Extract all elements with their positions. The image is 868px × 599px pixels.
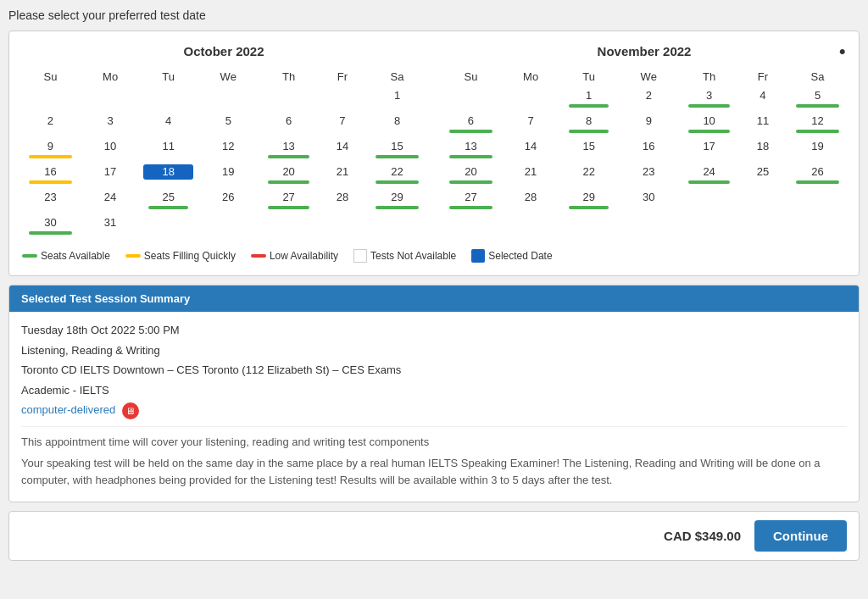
day-cell[interactable]: 7: [316, 112, 369, 137]
day-bar: [29, 180, 71, 184]
col-header-tu: Tu: [562, 67, 615, 86]
day-bar: [148, 206, 188, 209]
day-cell[interactable]: 20: [442, 163, 499, 188]
day-cell[interactable]: 29: [562, 188, 615, 214]
day-cell[interactable]: 30: [615, 188, 682, 214]
computer-delivered-link[interactable]: computer-delivered: [21, 403, 115, 416]
calendar-nav-button[interactable]: ●: [839, 44, 846, 58]
day-cell[interactable]: 29: [369, 188, 426, 214]
day-cell[interactable]: 23: [22, 188, 79, 214]
day-bar: [376, 180, 418, 184]
day-cell[interactable]: 6: [442, 112, 499, 137]
day-cell[interactable]: 5: [195, 112, 261, 137]
day-cell[interactable]: 10: [682, 112, 737, 137]
day-bar: [449, 180, 492, 184]
day-cell[interactable]: 9: [22, 137, 79, 163]
day-cell[interactable]: 18: [737, 137, 789, 163]
day-cell[interactable]: 23: [615, 163, 682, 188]
day-cell[interactable]: 18: [142, 163, 195, 188]
day-inner: 9: [24, 139, 77, 158]
day-cell[interactable]: 2: [615, 86, 682, 112]
day-cell[interactable]: 19: [789, 137, 846, 163]
week-row: 12345: [442, 86, 846, 112]
day-cell[interactable]: 30: [22, 214, 79, 239]
day-inner: 17: [683, 139, 735, 154]
day-cell: [737, 188, 789, 214]
day-cell[interactable]: 26: [195, 188, 261, 214]
day-cell[interactable]: 13: [442, 137, 499, 163]
day-cell[interactable]: 25: [737, 163, 789, 188]
day-cell[interactable]: 8: [562, 112, 615, 137]
day-cell[interactable]: 16: [22, 163, 79, 188]
day-cell[interactable]: 26: [789, 163, 846, 188]
day-cell[interactable]: 28: [316, 188, 369, 214]
day-cell[interactable]: 24: [682, 163, 737, 188]
day-cell[interactable]: 31: [79, 214, 142, 239]
day-bar: [29, 155, 71, 158]
col-header-mo: Mo: [499, 67, 562, 86]
day-number: 20: [263, 164, 314, 180]
day-bar: [268, 155, 309, 158]
day-cell[interactable]: 4: [737, 86, 789, 112]
day-cell[interactable]: 21: [316, 163, 369, 188]
day-number: 28: [501, 190, 560, 205]
day-cell[interactable]: 3: [79, 112, 142, 137]
summary-divider: [21, 426, 847, 427]
day-cell[interactable]: 17: [682, 137, 737, 163]
day-cell[interactable]: 28: [499, 188, 562, 214]
day-number: 15: [370, 139, 424, 154]
day-cell[interactable]: 12: [789, 112, 846, 137]
day-cell[interactable]: 22: [369, 163, 426, 188]
day-cell[interactable]: 20: [261, 163, 316, 188]
day-cell[interactable]: 15: [562, 137, 615, 163]
summary-test-type: Academic - IELTS: [21, 382, 847, 399]
day-cell[interactable]: 9: [615, 112, 682, 137]
legend-filling-label: Seats Filling Quickly: [144, 250, 236, 262]
day-number: 6: [263, 114, 314, 129]
day-cell[interactable]: 1: [369, 86, 426, 112]
continue-button[interactable]: Continue: [754, 520, 847, 552]
day-cell[interactable]: 8: [369, 112, 426, 137]
day-cell[interactable]: 11: [142, 137, 195, 163]
summary-delivery: computer-delivered 🖥: [21, 402, 847, 419]
day-cell[interactable]: 21: [499, 163, 562, 188]
october-calendar: October 2022 SuMoTuWeThFrSa 123456789101…: [22, 44, 426, 239]
day-cell[interactable]: 19: [195, 163, 261, 188]
day-cell[interactable]: 3: [682, 86, 737, 112]
day-number: 18: [738, 139, 787, 154]
day-cell[interactable]: 14: [316, 137, 369, 163]
day-cell[interactable]: 11: [737, 112, 789, 137]
day-cell[interactable]: 7: [499, 112, 562, 137]
week-row: 3031: [22, 214, 426, 239]
day-cell[interactable]: 5: [789, 86, 846, 112]
summary-date: Tuesday 18th Oct 2022 5:00 PM: [21, 322, 847, 339]
day-cell[interactable]: 6: [261, 112, 316, 137]
day-cell[interactable]: 24: [79, 188, 142, 214]
october-table: SuMoTuWeThFrSa 1234567891011121314151617…: [22, 67, 426, 239]
day-cell[interactable]: 17: [79, 163, 142, 188]
day-cell[interactable]: 14: [499, 137, 562, 163]
day-cell[interactable]: 13: [261, 137, 316, 163]
day-cell: [261, 86, 316, 112]
day-cell[interactable]: 1: [562, 86, 615, 112]
day-cell[interactable]: 4: [142, 112, 195, 137]
day-bar: [376, 206, 418, 209]
day-number: 5: [791, 88, 844, 103]
day-inner: 4: [738, 88, 787, 103]
summary-session-type: Listening, Reading & Writing: [21, 342, 847, 359]
day-cell[interactable]: 27: [442, 188, 499, 214]
day-cell[interactable]: 22: [562, 163, 615, 188]
day-cell[interactable]: 16: [615, 137, 682, 163]
day-cell: [682, 188, 737, 214]
day-cell[interactable]: 27: [261, 188, 316, 214]
day-cell[interactable]: 2: [22, 112, 79, 137]
day-bar: [376, 155, 418, 158]
day-cell[interactable]: 10: [79, 137, 142, 163]
day-number: 11: [143, 139, 193, 154]
day-cell[interactable]: 12: [195, 137, 261, 163]
day-cell[interactable]: 15: [369, 137, 426, 163]
day-cell[interactable]: 25: [142, 188, 195, 214]
day-cell: [499, 86, 562, 112]
october-label: October 2022: [183, 44, 264, 58]
day-number: 16: [617, 139, 680, 154]
